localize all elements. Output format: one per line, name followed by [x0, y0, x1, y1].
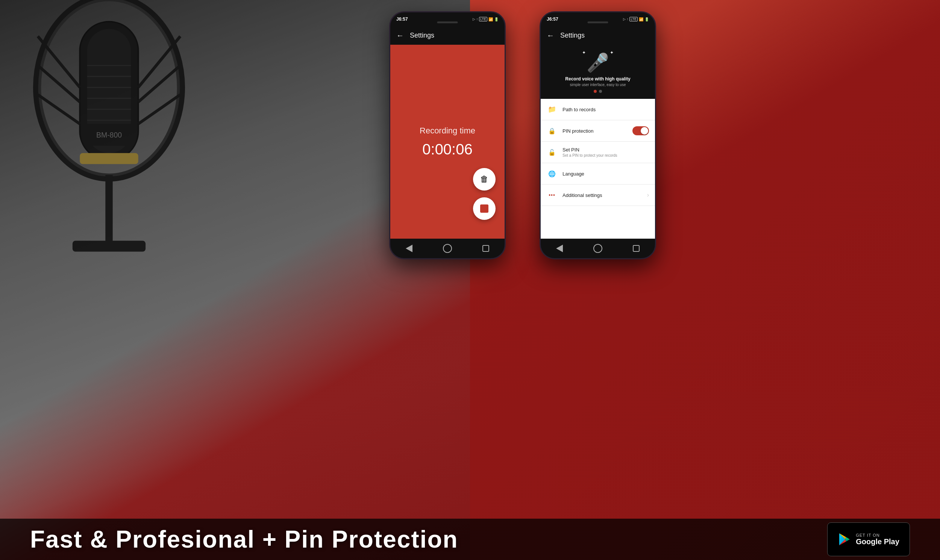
phone2-hero: 🎤 ✦ ✦ Record voice with high quality sim… [541, 45, 655, 99]
back-nav2[interactable] [556, 245, 563, 252]
home-nav2[interactable] [593, 244, 603, 253]
hero-subtitle: simple user interface, easy to use [570, 83, 626, 87]
svg-marker-24 [845, 537, 850, 542]
home-nav[interactable] [443, 244, 452, 253]
settings-path[interactable]: 📁 Path to records [541, 99, 655, 120]
phone1-title: Settings [410, 32, 434, 40]
set-pin-label: Set PIN [562, 147, 649, 152]
stop-icon [480, 205, 488, 213]
phone2-status-bar: J6:57 ▷ ↑ LTE 📶 🔋 [541, 12, 655, 26]
phone1-status-bar: J6:57 ▷ ↑ LTE 📶 🔋 [390, 12, 505, 26]
phone2-navbar [541, 238, 655, 258]
pin-protection-label: PIN protection [562, 128, 632, 134]
dot-inactive [599, 90, 602, 93]
phone2-back[interactable]: ← [547, 31, 554, 40]
lock-open-icon: 🔓 [547, 147, 557, 157]
dots-icon: ••• [547, 190, 557, 200]
set-pin-sublabel: Set a PIN to protect your records [562, 153, 649, 157]
trash-icon: 🗑 [480, 174, 488, 184]
gplay-get-it-on: GET IT ON [856, 533, 899, 537]
settings-additional[interactable]: ••• Additional settings › [541, 185, 655, 206]
mic-hero-icon: 🎤 [587, 52, 609, 72]
settings-set-pin[interactable]: 🔓 Set PIN Set a PIN to protect your reco… [541, 142, 655, 163]
phone2-screen: 🎤 ✦ ✦ Record voice with high quality sim… [541, 45, 655, 238]
additional-label: Additional settings [562, 192, 647, 198]
lock-closed-icon: 🔒 [547, 126, 557, 136]
hero-title: Record voice with high quality [565, 76, 630, 82]
phone2-title: Settings [560, 32, 585, 40]
settings-pin-protection[interactable]: 🔒 PIN protection [541, 120, 655, 142]
phone1: J6:57 ▷ ↑ LTE 📶 🔋 ← Settings Record [389, 11, 506, 259]
settings-list: 📁 Path to records 🔒 PIN protection [541, 99, 655, 238]
bottom-bar: Fast & Profesional + Pin Protection [0, 518, 940, 560]
settings-language[interactable]: 🌐 Language [541, 163, 655, 185]
recording-value: 0:00:06 [422, 141, 472, 158]
phone2: J6:57 ▷ ↑ LTE 📶 🔋 ← Settings [539, 11, 656, 259]
recents-nav2[interactable] [633, 245, 640, 252]
tagline: Fast & Profesional + Pin Protection [30, 525, 458, 553]
recents-nav[interactable] [482, 245, 489, 252]
phone1-time: J6:57 [396, 17, 408, 22]
delete-button[interactable]: 🗑 [473, 168, 496, 191]
toggle-thumb [641, 127, 648, 135]
phone2-time: J6:57 [547, 17, 558, 22]
phone1-navbar [390, 238, 505, 258]
google-play-icon [838, 532, 851, 546]
recording-label: Recording time [420, 126, 475, 136]
google-play-badge[interactable]: GET IT ON Google Play [827, 522, 910, 556]
phone1-screen: Recording time 0:00:06 🗑 [390, 45, 505, 238]
globe-icon: 🌐 [547, 168, 557, 179]
pin-toggle[interactable] [632, 126, 649, 135]
phone1-back[interactable]: ← [396, 31, 404, 40]
language-label: Language [562, 171, 649, 177]
back-nav[interactable] [406, 245, 413, 252]
chevron-right-icon: › [647, 192, 649, 198]
hero-dots [594, 90, 602, 93]
folder-icon: 📁 [547, 104, 557, 115]
dot-active [594, 90, 597, 93]
stop-button[interactable] [473, 197, 496, 220]
path-label: Path to records [562, 107, 649, 112]
gplay-name: Google Play [856, 537, 899, 546]
